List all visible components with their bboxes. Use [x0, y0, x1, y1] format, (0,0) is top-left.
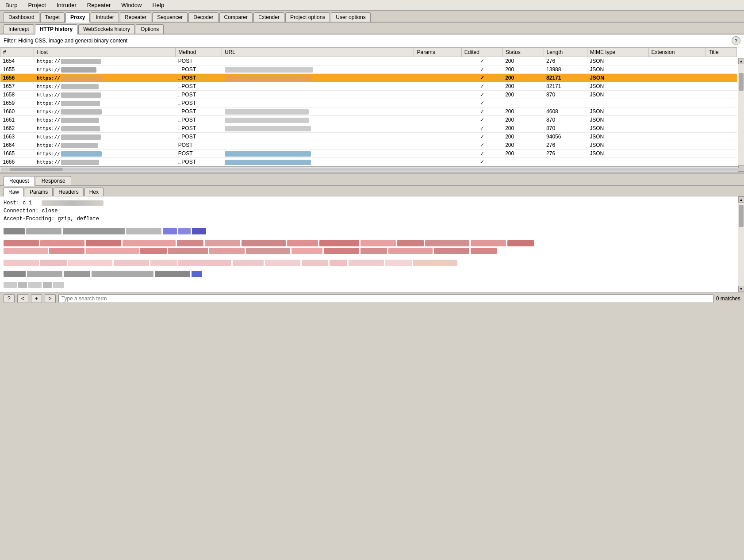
- cell-params: [414, 57, 461, 65]
- table-row[interactable]: 1664https://POST✓200276JSON: [0, 141, 737, 150]
- content-vscrollbar[interactable]: ▲ ▼: [738, 196, 744, 292]
- cell-num: 1664: [0, 141, 34, 150]
- tab-user-options[interactable]: User options: [331, 12, 370, 22]
- cell-host: https://: [34, 116, 176, 124]
- add-button[interactable]: +: [31, 294, 42, 303]
- cell-mime: JSON: [587, 133, 648, 141]
- cell-length: 276: [544, 150, 587, 158]
- cell-host: https://: [34, 91, 176, 99]
- menu-window[interactable]: Window: [119, 1, 143, 9]
- menu-project[interactable]: Project: [26, 1, 47, 9]
- cell-num: 1657: [0, 82, 34, 91]
- menu-burp[interactable]: Burp: [4, 1, 19, 9]
- tab-decoder[interactable]: Decoder: [188, 12, 218, 22]
- tab-repeater[interactable]: Repeater: [120, 12, 151, 22]
- col-url: URL: [222, 48, 414, 57]
- vscrollbar-track: [738, 64, 744, 165]
- filter-bar[interactable]: Filter: Hiding CSS, image and general bi…: [0, 35, 744, 47]
- content-vscrollbar-up[interactable]: ▲: [738, 196, 744, 203]
- cell-ext: [648, 116, 706, 124]
- proxy-tab-bar: Intercept HTTP history WebSockets histor…: [0, 23, 744, 35]
- filter-help-button[interactable]: ?: [732, 36, 740, 45]
- cell-edited: ✓: [461, 91, 502, 99]
- table-row[interactable]: 1659https://..POST✓: [0, 99, 737, 107]
- bottom-toolbar: ? < + > 0 matches: [0, 292, 744, 305]
- cell-method: POST: [176, 150, 222, 158]
- table-row[interactable]: 1663https://..POST✓20094056JSON: [0, 133, 737, 141]
- search-input[interactable]: [58, 294, 713, 303]
- tab-sequencer[interactable]: Sequencer: [152, 12, 188, 22]
- content-vscrollbar-thumb[interactable]: [739, 205, 744, 227]
- main-tab-bar: Dashboard Target Proxy Intruder Repeater…: [0, 11, 744, 23]
- sub-tab-options[interactable]: Options: [136, 24, 164, 34]
- cell-params: [414, 82, 461, 91]
- cell-host: https://: [34, 158, 176, 166]
- cell-length: 276: [544, 57, 587, 65]
- next-button[interactable]: >: [45, 294, 56, 303]
- cell-edited: ✓: [461, 82, 502, 91]
- help-button[interactable]: ?: [4, 294, 15, 303]
- table-row[interactable]: 1666https://..POST✓: [0, 158, 737, 166]
- cell-host: https://: [34, 57, 176, 65]
- hscrollbar-track: [1, 168, 743, 171]
- cell-mime: JSON: [587, 57, 648, 65]
- inner-tab-headers[interactable]: Headers: [54, 188, 83, 196]
- col-edited: Edited: [461, 48, 502, 57]
- table-row[interactable]: 1656https://..POST✓20082171JSON: [0, 74, 737, 82]
- tab-proxy[interactable]: Proxy: [65, 12, 90, 23]
- cell-host: https://: [34, 124, 176, 133]
- cell-edited: ✓: [461, 65, 502, 74]
- request-line-1: Host: c 1: [4, 199, 740, 207]
- cell-status: 200: [502, 91, 544, 99]
- sub-tab-intercept[interactable]: Intercept: [4, 24, 34, 34]
- table-row[interactable]: 1654https://POST✓200276JSON: [0, 57, 737, 65]
- table-row[interactable]: 1655https://..POST✓20013988JSON: [0, 65, 737, 74]
- inner-tab-raw[interactable]: Raw: [4, 188, 24, 197]
- sub-tab-websockets[interactable]: WebSockets history: [78, 24, 135, 34]
- tab-request[interactable]: Request: [4, 176, 35, 186]
- tab-target[interactable]: Target: [40, 12, 65, 22]
- tab-response[interactable]: Response: [36, 176, 71, 185]
- inner-tab-params[interactable]: Params: [25, 188, 53, 196]
- cell-url: [222, 74, 414, 82]
- inner-tab-hex[interactable]: Hex: [84, 188, 104, 196]
- prev-button[interactable]: <: [17, 294, 28, 303]
- tab-comparer[interactable]: Comparer: [219, 12, 253, 22]
- cell-edited: ✓: [461, 74, 502, 82]
- table-row[interactable]: 1660https://..POST✓2004608JSON: [0, 107, 737, 116]
- cell-url: [222, 150, 414, 158]
- table-row[interactable]: 1657https://..POST✓20082171JSON: [0, 82, 737, 91]
- cell-params: [414, 141, 461, 150]
- vscrollbar-thumb[interactable]: [739, 73, 744, 91]
- table-row[interactable]: 1665https://POST✓200276JSON: [0, 150, 737, 158]
- table-row[interactable]: 1662https://..POST✓200870JSON: [0, 124, 737, 133]
- vscrollbar-up[interactable]: ▲: [738, 58, 744, 64]
- content-vscrollbar-down[interactable]: ▼: [738, 286, 744, 292]
- cell-url: [222, 82, 414, 91]
- tab-extender[interactable]: Extender: [253, 12, 284, 22]
- cell-num: 1660: [0, 107, 34, 116]
- tab-intruder[interactable]: Intruder: [91, 12, 119, 22]
- cell-num: 1663: [0, 133, 34, 141]
- menu-intruder[interactable]: Intruder: [55, 1, 78, 9]
- menu-repeater[interactable]: Repeater: [85, 1, 112, 9]
- cell-title: [706, 150, 737, 158]
- table-hscrollbar[interactable]: [0, 166, 744, 172]
- cell-num: 1659: [0, 99, 34, 107]
- cell-ext: [648, 133, 706, 141]
- cell-length: [544, 99, 587, 107]
- cell-status: [502, 99, 544, 107]
- cell-title: [706, 65, 737, 74]
- hscrollbar-thumb[interactable]: [10, 168, 63, 171]
- sub-tab-http-history[interactable]: HTTP history: [35, 24, 77, 35]
- cell-title: [706, 158, 737, 166]
- table-vscrollbar[interactable]: ▲ ▼: [738, 58, 744, 172]
- tab-dashboard[interactable]: Dashboard: [4, 12, 39, 22]
- tab-project-options[interactable]: Project options: [285, 12, 330, 22]
- table-row[interactable]: 1658https://..POST✓200870JSON: [0, 91, 737, 99]
- table-row[interactable]: 1661https://..POST✓200870JSON: [0, 116, 737, 124]
- cell-length: 870: [544, 116, 587, 124]
- cell-mime: JSON: [587, 124, 648, 133]
- cell-num: 1658: [0, 91, 34, 99]
- menu-help[interactable]: Help: [150, 1, 166, 9]
